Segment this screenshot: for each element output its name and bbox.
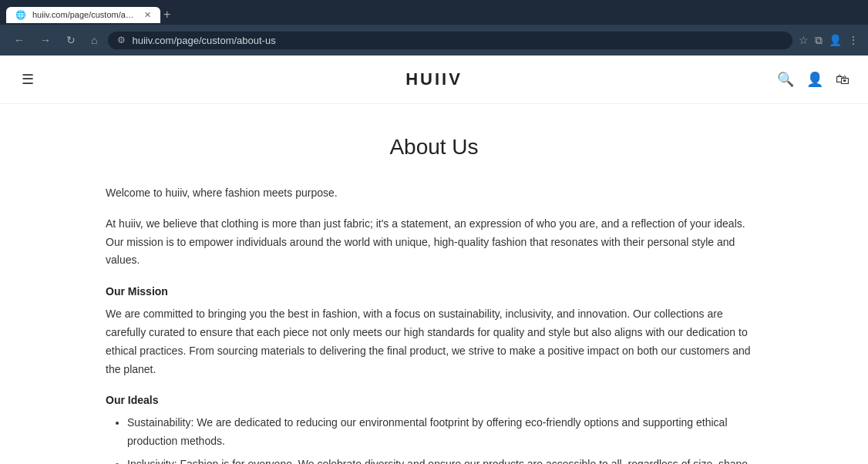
search-button[interactable]: 🔍 (777, 71, 794, 88)
cart-icon: 🛍 (836, 72, 849, 87)
tab-title: huiiv.com/page/custom/abou... (32, 10, 138, 19)
menu-button[interactable]: ⋮ (848, 34, 859, 46)
search-icon: 🔍 (777, 72, 794, 87)
tab-close-button[interactable]: ✕ (144, 10, 151, 20)
address-input[interactable] (132, 35, 783, 46)
site-logo: HUIIV (405, 69, 463, 89)
ideals-section: Our Ideals Sustainability: We are dedica… (106, 394, 762, 464)
intro-section: Welcome to huiiv, where fashion meets pu… (106, 184, 762, 270)
mission-heading: Our Mission (106, 285, 762, 298)
browser-action-buttons: ☆ ⧉ 👤 ⋮ (799, 34, 859, 47)
intro-text: Welcome to huiiv, where fashion meets pu… (106, 184, 762, 203)
active-tab[interactable]: 🌐 huiiv.com/page/custom/abou... ✕ (6, 7, 160, 23)
new-tab-button[interactable]: + (163, 8, 170, 21)
brand-description: At huiiv, we believe that clothing is mo… (106, 215, 762, 270)
page-title: About Us (106, 135, 762, 160)
ideals-heading: Our Ideals (106, 394, 762, 406)
home-button[interactable]: ⌂ (86, 32, 102, 48)
browser-toolbar: ← → ↻ ⌂ ⚙ ☆ ⧉ 👤 ⋮ (0, 25, 868, 55)
account-icon: 👤 (806, 72, 823, 87)
mission-text: We are committed to bringing you the bes… (106, 305, 762, 378)
extensions-button[interactable]: ⧉ (815, 34, 823, 47)
reload-button[interactable]: ↻ (62, 32, 80, 48)
tab-bar: 🌐 huiiv.com/page/custom/abou... ✕ + (0, 0, 868, 25)
bookmark-button[interactable]: ☆ (799, 34, 809, 46)
header-icons: 🔍 👤 🛍 (777, 71, 849, 88)
site-header: ☰ HUIIV 🔍 👤 🛍 (0, 55, 868, 104)
address-lock-icon: ⚙ (117, 35, 126, 45)
profile-button[interactable]: 👤 (829, 34, 842, 46)
favicon: 🌐 (15, 10, 26, 20)
browser-chrome: 🌐 huiiv.com/page/custom/abou... ✕ + ← → … (0, 0, 868, 55)
ideals-list: Sustainability: We are dedicated to redu… (106, 414, 762, 464)
list-item: Sustainability: We are dedicated to redu… (127, 414, 762, 451)
main-content: About Us Welcome to huiiv, where fashion… (87, 104, 781, 464)
back-button[interactable]: ← (9, 32, 29, 48)
list-item: Inclusivity: Fashion is for everyone. We… (127, 456, 762, 464)
account-button[interactable]: 👤 (806, 71, 823, 88)
mission-section: Our Mission We are committed to bringing… (106, 285, 762, 378)
hamburger-menu-button[interactable]: ☰ (19, 68, 37, 91)
cart-button[interactable]: 🛍 (836, 72, 849, 88)
hamburger-icon: ☰ (22, 72, 34, 87)
address-bar-container[interactable]: ⚙ (108, 32, 792, 49)
forward-button[interactable]: → (35, 32, 56, 48)
